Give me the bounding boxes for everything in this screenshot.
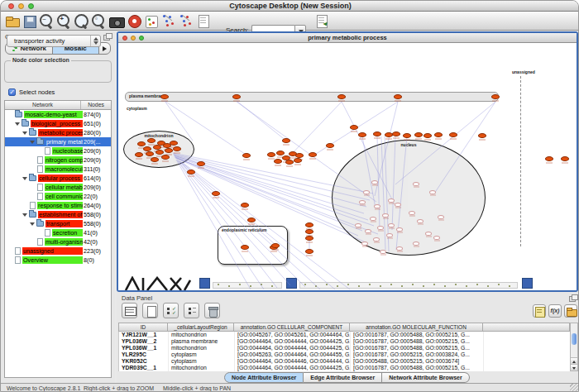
- tree-row[interactable]: transport558(0): [5, 219, 111, 228]
- table-cell[interactable]: [GO:0016787, GO:0005488, GO:0005215, G..…: [351, 365, 484, 371]
- network-node[interactable]: [305, 222, 313, 227]
- expand-arrow-icon[interactable]: [22, 177, 27, 180]
- network-node[interactable]: [337, 94, 346, 99]
- network-node[interactable]: [394, 94, 402, 99]
- network-manager-icon[interactable]: [143, 13, 159, 29]
- table-cell[interactable]: [484, 351, 571, 358]
- edge[interactable]: [237, 101, 287, 141]
- network-node[interactable]: [414, 132, 423, 137]
- table-header-cell[interactable]: annotation.GO CELLULAR_COMPONENT: [234, 323, 350, 332]
- tree-row[interactable]: nitrogen compo209(0): [5, 155, 111, 165]
- tree-row[interactable]: cellular metabo209(0): [5, 183, 111, 192]
- network-node[interactable]: [305, 229, 313, 234]
- network-window-titlebar[interactable]: primary metabolic process: [118, 33, 577, 43]
- float-panel-icon[interactable]: [103, 33, 111, 40]
- table-cell[interactable]: YDR039C__1: [119, 365, 169, 371]
- annotation-icon[interactable]: [195, 13, 211, 29]
- color-attribute-dropdown[interactable]: transporter activity: [7, 35, 101, 47]
- network-canvas[interactable]: plasma membranecytoplasmmitochondrionnuc…: [118, 43, 577, 290]
- network-node[interactable]: [161, 155, 170, 160]
- help-icon[interactable]: [126, 13, 141, 29]
- zoom-selected-icon[interactable]: [74, 13, 89, 29]
- table-header-cell[interactable]: [483, 323, 570, 332]
- network-node[interactable]: [358, 132, 366, 137]
- network-node[interactable]: [276, 151, 285, 155]
- delete-attribute-icon[interactable]: [204, 303, 220, 318]
- edge[interactable]: [175, 157, 358, 236]
- table-cell[interactable]: [GO:0016787, GO:0005215, GO:0003824, G..…: [351, 351, 484, 358]
- table-cell[interactable]: [484, 365, 571, 371]
- network-node[interactable]: [403, 133, 411, 138]
- network-node[interactable]: [170, 141, 178, 146]
- network-node[interactable]: [305, 236, 313, 241]
- create-attribute-icon[interactable]: [142, 303, 158, 318]
- browser-tab-node[interactable]: Node Attribute Browser: [224, 372, 304, 383]
- network-node[interactable]: [151, 157, 159, 162]
- table-scrollbar[interactable]: [570, 323, 578, 371]
- network-view-window[interactable]: primary metabolic process plasma membran…: [117, 31, 578, 292]
- network-node[interactable]: [392, 131, 400, 136]
- zoom-fit-icon[interactable]: ▫: [91, 13, 107, 29]
- table-row[interactable]: YJR121W__1mitochondrion[GO:0045267, GO:0…: [119, 332, 570, 338]
- table-cell[interactable]: [484, 338, 571, 345]
- tree-row[interactable]: multi-organism pro42(0): [5, 237, 111, 246]
- table-cell[interactable]: plasma membrane: [169, 338, 235, 345]
- table-cell[interactable]: [484, 345, 571, 351]
- network-node[interactable]: [294, 158, 302, 163]
- zoom-in-icon[interactable]: +: [56, 13, 72, 29]
- tree-row[interactable]: macromolecule311(0): [5, 165, 111, 174]
- tree-row[interactable]: nucleobase-209(0): [5, 146, 111, 155]
- expand-arrow-icon[interactable]: [22, 213, 27, 217]
- scroll-up-button[interactable]: [571, 357, 577, 364]
- table-cell[interactable]: mitochondrion: [169, 345, 235, 351]
- network-node[interactable]: [241, 203, 249, 208]
- table-cell[interactable]: [GO:0044464, GO:0044444, GO:0044425, G..…: [235, 365, 351, 371]
- table-cell[interactable]: [GO:0005488, GO:0005215, GO:0003674]: [351, 358, 484, 365]
- tree-row[interactable]: cellular process614(0): [5, 174, 111, 183]
- save-session-icon[interactable]: [22, 13, 37, 29]
- expand-arrow-icon[interactable]: [30, 222, 35, 226]
- table-cell[interactable]: YPL036W__1: [119, 345, 169, 351]
- table-cell[interactable]: [GO:0044464, GO:0044446, GO:0044444, G..…: [235, 358, 351, 365]
- network-node[interactable]: [147, 138, 156, 143]
- network-node[interactable]: [423, 133, 432, 138]
- network-node[interactable]: [350, 125, 358, 130]
- table-header-cell[interactable]: _cellularLayoutRegion: [168, 323, 234, 332]
- network-node[interactable]: [491, 94, 500, 99]
- float-data-panel-icon[interactable]: [569, 294, 577, 301]
- browser-tab-edge[interactable]: Edge Attribute Browser: [304, 372, 382, 383]
- tree-header-nodes[interactable]: Nodes: [81, 101, 111, 109]
- unselect-attributes-icon[interactable]: [184, 303, 199, 318]
- tree-row[interactable]: secretion41(0): [5, 228, 111, 237]
- tree-row[interactable]: establishment of lo558(0): [5, 210, 111, 219]
- table-row[interactable]: YKR052Ccytoplasm[GO:0044464, GO:0044446,…: [119, 358, 570, 365]
- network-node[interactable]: [305, 249, 313, 254]
- table-cell[interactable]: [GO:0045267, GO:0045261, GO:0044464, G..…: [235, 332, 351, 338]
- select-nodes-checkbox[interactable]: [8, 88, 16, 96]
- import-attributes-icon[interactable]: [564, 304, 577, 318]
- network-node[interactable]: [135, 152, 143, 157]
- tree-header-network[interactable]: Network: [5, 101, 81, 109]
- table-cell[interactable]: YJR121W__1: [119, 332, 169, 338]
- table-cell[interactable]: [GO:0016787, GO:0005488, GO:0005215, G..…: [351, 345, 484, 351]
- select-attributes-icon[interactable]: [163, 303, 179, 318]
- zoom-out-icon[interactable]: –: [39, 13, 55, 29]
- scroll-down-button[interactable]: [571, 364, 577, 370]
- table-row[interactable]: YLR295Ccytoplasm[GO:0045263, GO:0044464,…: [119, 351, 570, 358]
- tree-row[interactable]: Overview8(0): [5, 256, 111, 265]
- network-node[interactable]: [241, 245, 249, 250]
- network-node[interactable]: [173, 146, 181, 151]
- network-node[interactable]: [271, 243, 280, 248]
- edge[interactable]: [178, 160, 277, 288]
- table-row[interactable]: YPL036W__1mitochondrion[GO:0044464, GO:0…: [119, 345, 570, 351]
- expand-arrow-icon[interactable]: [15, 122, 20, 126]
- window-titlebar[interactable]: Cytoscape Desktop (New Session): [1, 1, 579, 12]
- network-node[interactable]: [267, 152, 275, 157]
- tree-row[interactable]: unassigned223(0): [5, 246, 111, 256]
- formula-builder-icon[interactable]: f(x): [548, 304, 562, 318]
- network-node[interactable]: [247, 218, 256, 222]
- table-cell[interactable]: cytoplasm: [169, 351, 235, 358]
- table-header-cell[interactable]: annotation.GO MOLECULAR_FUNCTION: [350, 323, 483, 332]
- tree-row[interactable]: metabolic process280(0): [5, 128, 111, 137]
- network-node[interactable]: [326, 143, 334, 148]
